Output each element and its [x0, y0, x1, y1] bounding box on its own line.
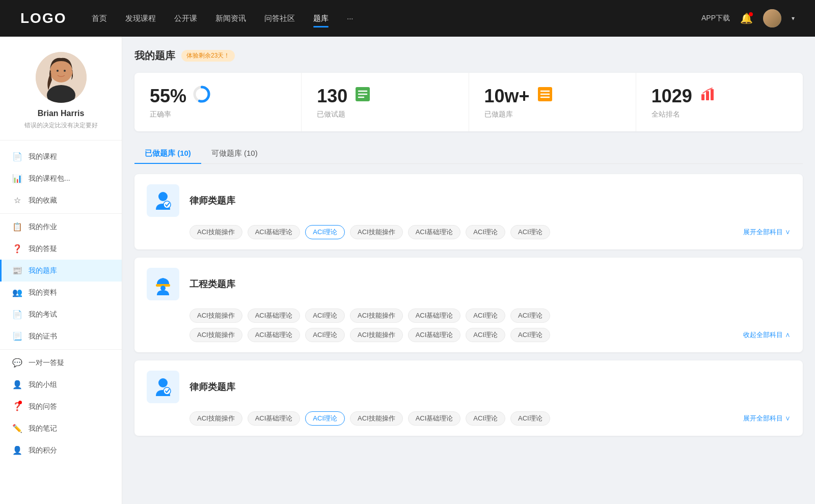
tag-item[interactable]: ACI基础理论: [408, 411, 461, 426]
tag-item[interactable]: ACI理论: [510, 411, 550, 426]
tag-item[interactable]: ACI技能操作: [350, 225, 403, 239]
sidebar-item-points[interactable]: 👤 我的积分: [0, 439, 122, 461]
nav-right: APP下载 🔔 ▾: [701, 9, 795, 27]
tag-item[interactable]: ACI技能操作: [350, 411, 403, 426]
bank-card-lawyer-1: 律师类题库 ACI技能操作 ACI基础理论 ACI理论 ACI技能操作 ACI基…: [134, 174, 803, 249]
cert-icon: 📃: [12, 331, 22, 341]
sidebar-label-homework: 我的作业: [29, 222, 57, 232]
tab-done-banks[interactable]: 已做题库 (10): [134, 144, 201, 163]
svg-point-22: [160, 286, 166, 291]
sidebar-item-bank[interactable]: 📰 我的题库: [0, 260, 122, 282]
bank-icon: 📰: [12, 266, 22, 275]
tag-item[interactable]: ACI基础理论: [408, 225, 461, 239]
bank-card-lawyer-2: 律师类题库 ACI技能操作 ACI基础理论 ACI理论 ACI技能操作 ACI基…: [134, 360, 803, 436]
stat-accuracy-label: 正确率: [150, 110, 286, 119]
stat-done-questions: 130 已做试题: [302, 73, 469, 131]
sidebar-item-cert[interactable]: 📃 我的证书: [0, 325, 122, 347]
nav-link-bank[interactable]: 题库: [313, 12, 329, 25]
stat-rank-value: 1029: [651, 86, 692, 107]
course-pkg-icon: 📊: [12, 174, 22, 183]
materials-icon: 👥: [12, 288, 22, 297]
bank-card-engineer: 工程类题库 ACI技能操作 ACI基础理论 ACI理论 ACI技能操作 ACI基…: [134, 258, 803, 352]
stat-done-q-value: 130: [317, 86, 347, 107]
tag-item[interactable]: ACI理论: [466, 328, 505, 342]
sidebar-label-points: 我的积分: [29, 446, 57, 455]
exam-icon: 📄: [12, 310, 22, 319]
tag-item[interactable]: ACI基础理论: [248, 309, 301, 323]
tag-item[interactable]: ACI基础理论: [248, 411, 301, 426]
page-header: 我的题库 体验剩余23天！: [134, 49, 803, 63]
sidebar-item-1on1[interactable]: 💬 一对一答疑: [0, 352, 122, 374]
stat-rank-top: 1029: [651, 85, 787, 107]
tag-item-active[interactable]: ACI理论: [305, 411, 345, 426]
qa-icon: ❓: [12, 244, 22, 254]
expand-all-link-3[interactable]: 展开全部科目 ∨: [743, 414, 791, 423]
stat-rank: 1029 全站排名: [636, 73, 803, 131]
tag-item[interactable]: ACI理论: [305, 328, 345, 342]
tag-item[interactable]: ACI技能操作: [350, 328, 403, 342]
nav-link-discover[interactable]: 发现课程: [125, 12, 156, 25]
sidebar-item-qa[interactable]: ❓ 我的答疑: [0, 238, 122, 260]
notes-icon: ✏️: [12, 424, 22, 433]
notification-bell-icon[interactable]: 🔔: [740, 12, 753, 24]
profile-name: Brian Harris: [38, 109, 85, 118]
nav-link-more[interactable]: ···: [347, 12, 354, 25]
tag-item[interactable]: ACI理论: [466, 411, 505, 426]
nav-links: 首页 发现课程 公开课 新闻资讯 问答社区 题库 ···: [92, 12, 681, 25]
tag-item[interactable]: ACI技能操作: [189, 411, 242, 426]
homework-icon: 📋: [12, 222, 22, 232]
sidebar-item-materials[interactable]: 👥 我的资料: [0, 282, 122, 303]
stat-done-b-label: 已做题库: [484, 110, 620, 119]
nav-link-open[interactable]: 公开课: [174, 12, 197, 25]
sidebar-item-favorites[interactable]: ☆ 我的收藏: [0, 189, 122, 211]
points-icon: 👤: [12, 445, 22, 455]
tag-item[interactable]: ACI基础理论: [408, 328, 461, 342]
tag-item[interactable]: ACI理论: [466, 309, 505, 323]
tag-item-active[interactable]: ACI理论: [305, 225, 345, 239]
sidebar-item-course-pkg[interactable]: 📊 我的课程包...: [0, 167, 122, 189]
sidebar-label-courses: 我的课程: [29, 152, 57, 161]
svg-rect-15: [701, 94, 704, 100]
bank-card-2-tags-row2: ACI技能操作 ACI基础理论 ACI理论 ACI技能操作 ACI基础理论 AC…: [147, 328, 791, 342]
bank-icon-svg: [536, 85, 554, 103]
courses-icon: 📄: [12, 152, 22, 161]
stat-accuracy: 55% 正确率: [134, 73, 302, 131]
tag-item[interactable]: ACI基础理论: [408, 309, 461, 323]
tag-item[interactable]: ACI理论: [466, 225, 505, 239]
sidebar-item-courses[interactable]: 📄 我的课程: [0, 146, 122, 167]
tag-item[interactable]: ACI技能操作: [189, 309, 242, 323]
avatar-image: [763, 9, 781, 27]
tag-item[interactable]: ACI理论: [510, 225, 550, 239]
tag-item[interactable]: ACI基础理论: [248, 328, 301, 342]
tag-item[interactable]: ACI技能操作: [189, 328, 242, 342]
expand-all-link-1[interactable]: 展开全部科目 ∨: [743, 228, 791, 237]
tag-item[interactable]: ACI理论: [510, 309, 550, 323]
svg-point-24: [164, 387, 171, 395]
sidebar-item-questions[interactable]: ❓ 我的问答: [0, 396, 122, 417]
tag-item[interactable]: ACI技能操作: [350, 309, 403, 323]
bank-card-1-title: 律师类题库: [189, 194, 235, 207]
tag-item[interactable]: ACI理论: [305, 309, 345, 323]
sidebar-item-notes[interactable]: ✏️ 我的笔记: [0, 417, 122, 439]
tag-item[interactable]: ACI基础理论: [248, 225, 301, 239]
avatar[interactable]: [763, 9, 781, 27]
nav-link-home[interactable]: 首页: [92, 12, 107, 25]
donut-svg: [193, 85, 211, 103]
sidebar-item-exam[interactable]: 📄 我的考试: [0, 303, 122, 325]
svg-point-20: [164, 201, 171, 208]
svg-point-18: [158, 192, 168, 201]
app-download-btn[interactable]: APP下载: [701, 14, 730, 23]
avatar-svg: [36, 52, 87, 103]
tab-available-banks[interactable]: 可做题库 (10): [201, 144, 268, 163]
avatar-dropdown-icon[interactable]: ▾: [792, 15, 795, 22]
1on1-icon: 💬: [12, 358, 22, 368]
collapse-all-link[interactable]: 收起全部科目 ∧: [743, 330, 791, 340]
tag-item[interactable]: ACI技能操作: [189, 225, 242, 239]
sidebar-label-course-pkg: 我的课程包...: [29, 174, 70, 183]
nav-link-qa[interactable]: 问答社区: [264, 12, 295, 25]
sidebar-item-homework[interactable]: 📋 我的作业: [0, 216, 122, 238]
nav-link-news[interactable]: 新闻资讯: [215, 12, 246, 25]
tag-item[interactable]: ACI理论: [510, 328, 550, 342]
sidebar-item-group[interactable]: 👤 我的小组: [0, 374, 122, 396]
svg-rect-17: [711, 89, 714, 100]
